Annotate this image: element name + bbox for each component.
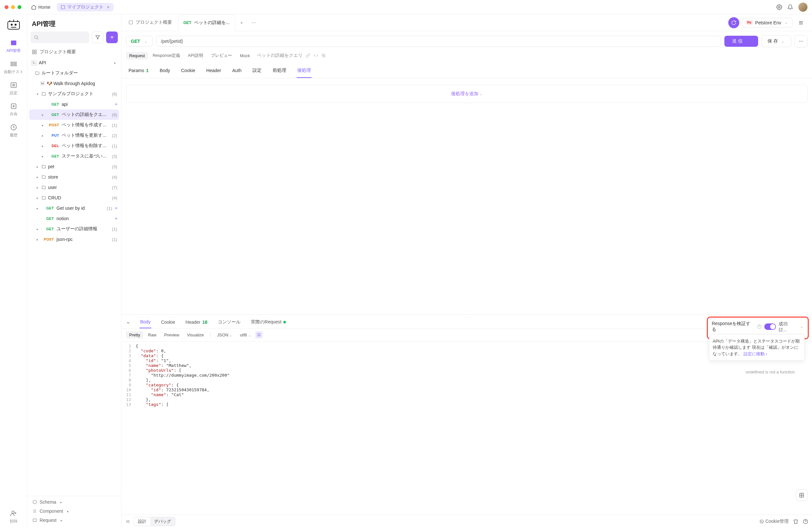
run-button[interactable] bbox=[728, 17, 739, 28]
close-tab-icon[interactable]: × bbox=[107, 4, 110, 10]
resptab-header[interactable]: Header 18 bbox=[185, 317, 208, 328]
subtab-preview[interactable]: プレビュー bbox=[208, 51, 235, 60]
rail-share[interactable]: 共有 bbox=[10, 102, 17, 117]
chevron-right-icon[interactable]: ▸ bbox=[40, 155, 45, 158]
home-button[interactable]: Home bbox=[28, 3, 54, 11]
chevron-right-icon[interactable]: ▸ bbox=[40, 144, 45, 148]
reqtab-params[interactable]: Params1 bbox=[128, 66, 149, 78]
rail-history[interactable]: 履歴 bbox=[10, 124, 17, 138]
chevron-right-icon[interactable]: ▸ bbox=[35, 165, 40, 169]
walkthrough-item[interactable]: M 🐶 Walk through Apidog bbox=[29, 78, 119, 89]
collapse-icon[interactable] bbox=[126, 320, 130, 325]
resptab-console[interactable]: コンソール bbox=[217, 317, 241, 328]
resptab-cookie[interactable]: Cookie bbox=[160, 317, 176, 328]
reqtab-cookie[interactable]: Cookie bbox=[180, 66, 196, 78]
root-folder[interactable]: ルートフォルダー bbox=[29, 68, 119, 78]
chevron-right-icon[interactable]: ▸ bbox=[40, 124, 45, 127]
api-endpoint-item[interactable]: ▸GETステータスに基づい...(3) bbox=[29, 151, 119, 161]
environment-select[interactable]: Pe Petstore Env ⌄ bbox=[742, 18, 793, 28]
tree-folder[interactable]: ▸store(4) bbox=[29, 172, 119, 182]
chevron-down-icon[interactable]: ⌄ bbox=[799, 325, 804, 328]
tree-folder[interactable]: ▸CRUD(4) bbox=[29, 192, 119, 203]
view-pretty[interactable]: Pretty bbox=[126, 331, 143, 339]
chevron-right-icon[interactable]: ▸ bbox=[40, 113, 45, 117]
window-controls[interactable] bbox=[4, 5, 21, 9]
user-avatar[interactable] bbox=[798, 3, 808, 12]
resptab-actual[interactable]: 実際のRequest bbox=[250, 317, 287, 328]
subtab-request[interactable]: Request bbox=[126, 52, 148, 59]
wrap-toggle[interactable] bbox=[256, 331, 263, 338]
component-link[interactable]: Component ▸ bbox=[29, 506, 119, 516]
tab-more-button[interactable]: ⋯ bbox=[248, 17, 260, 29]
chevron-down-icon[interactable]: ▾ bbox=[35, 92, 40, 96]
api-endpoint-item[interactable]: ▸POSTjson-rpc(1) bbox=[29, 234, 119, 244]
project-overview-link[interactable]: プロジェクト概要 bbox=[27, 46, 121, 57]
encoding-utf8[interactable]: utf8 ⌄ bbox=[236, 331, 254, 339]
chevron-right-icon[interactable]: ▸ bbox=[35, 238, 40, 241]
close-window-icon[interactable] bbox=[4, 5, 9, 9]
schema-link[interactable]: Schema ▸ bbox=[29, 498, 119, 506]
rail-api[interactable]: API管理 bbox=[6, 39, 20, 54]
copy-icon[interactable] bbox=[321, 53, 326, 58]
cookie-manage-link[interactable]: Cookie管理 bbox=[759, 518, 789, 525]
reqtab-body[interactable]: Body bbox=[159, 66, 171, 78]
add-tab-button[interactable]: + bbox=[236, 17, 247, 29]
mode-debug[interactable]: デバッグ bbox=[150, 517, 175, 526]
view-raw[interactable]: Raw bbox=[145, 331, 160, 339]
validate-toggle[interactable] bbox=[764, 324, 776, 330]
tab-active-endpoint[interactable]: GET ペットの詳細を... bbox=[178, 15, 235, 31]
minimize-window-icon[interactable] bbox=[11, 5, 15, 9]
bell-icon[interactable] bbox=[787, 4, 793, 10]
goto-settings-link[interactable]: 設定に移動 › bbox=[743, 351, 767, 356]
api-endpoint-item[interactable]: ▸GETユーザーの詳細情報(1) bbox=[29, 224, 119, 234]
subtab-response-def[interactable]: Response定義 bbox=[149, 51, 183, 60]
api-endpoint-item[interactable]: ▸DELペット情報を削除す...(1) bbox=[29, 141, 119, 151]
mode-segment[interactable]: 設計 デバッグ bbox=[134, 517, 175, 526]
mode-design[interactable]: 設計 bbox=[134, 517, 150, 526]
method-select[interactable]: GET ⌄ bbox=[126, 36, 153, 47]
api-endpoint-item[interactable]: ▸POSTペット情報を作成す...(1) bbox=[29, 120, 119, 130]
view-visualize[interactable]: Visualize bbox=[184, 331, 207, 339]
add-postprocess-button[interactable]: 後処理を追加 ⌄ bbox=[126, 85, 808, 103]
chevron-right-icon[interactable]: ▸ bbox=[35, 196, 40, 200]
chevron-right-icon[interactable]: ▸ bbox=[35, 186, 40, 189]
format-json[interactable]: JSON ⌄ bbox=[214, 331, 235, 339]
chevron-right-icon[interactable]: ▸ bbox=[40, 134, 45, 137]
api-endpoint-item[interactable]: ▸PUTペット情報を更新す...(2) bbox=[29, 130, 119, 141]
rail-invite[interactable]: 招待 bbox=[10, 510, 17, 524]
settings-gear-icon[interactable] bbox=[776, 4, 782, 10]
api-endpoint-item[interactable]: ▸GETGet user by id(1) bbox=[29, 203, 119, 213]
help-footer-icon[interactable] bbox=[803, 519, 808, 524]
subtab-api-desc[interactable]: API説明 bbox=[185, 51, 206, 60]
rail-settings[interactable]: 設定 bbox=[10, 81, 17, 96]
panel-resize-handle[interactable]: ⋯ bbox=[121, 310, 812, 314]
chevron-right-icon[interactable]: ▸ bbox=[35, 227, 40, 231]
save-button[interactable]: 保 存 ⌄ bbox=[762, 35, 791, 47]
rail-autotest[interactable]: 自動テスト bbox=[4, 60, 23, 75]
send-button[interactable]: 送 信 ⌄ bbox=[724, 36, 758, 47]
response-body-code[interactable]: 1{2 "code": 0,3 "data": {4 "id": "1",5 "… bbox=[121, 342, 812, 515]
tree-folder[interactable]: ▸pet(3) bbox=[29, 161, 119, 172]
add-button[interactable]: + bbox=[106, 31, 118, 43]
search-input[interactable] bbox=[30, 31, 89, 43]
api-endpoint-item[interactable]: ▸GETペットの詳細をクエ...(6) bbox=[29, 110, 119, 120]
tree-folder[interactable]: ▸user(7) bbox=[29, 182, 119, 192]
resptab-body[interactable]: Body bbox=[140, 317, 151, 328]
maximize-window-icon[interactable] bbox=[17, 5, 21, 9]
shirt-icon[interactable] bbox=[793, 519, 798, 524]
reqtab-header[interactable]: Header bbox=[206, 66, 222, 78]
chevron-right-icon[interactable]: ▸ bbox=[35, 175, 40, 179]
filter-button[interactable] bbox=[92, 31, 103, 43]
reqtab-settings[interactable]: 設定 bbox=[252, 66, 262, 78]
sample-project-folder[interactable]: ▾ サンプルプロジェクト (6) bbox=[29, 89, 119, 99]
more-button[interactable]: ⋯ bbox=[795, 35, 808, 47]
reqtab-post[interactable]: 後処理 bbox=[296, 66, 311, 78]
collapse-footer-icon[interactable] bbox=[125, 519, 130, 524]
api-root-node[interactable]: 9₆ API ▸ bbox=[29, 57, 119, 68]
help-icon[interactable] bbox=[757, 324, 762, 329]
api-endpoint-item[interactable]: GETnotion bbox=[29, 213, 119, 224]
validate-status[interactable]: 成功 (2... bbox=[779, 321, 797, 332]
chevron-right-icon[interactable]: ▸ bbox=[35, 206, 40, 210]
reqtab-pre[interactable]: 前処理 bbox=[272, 66, 287, 78]
env-menu-button[interactable] bbox=[795, 17, 807, 29]
